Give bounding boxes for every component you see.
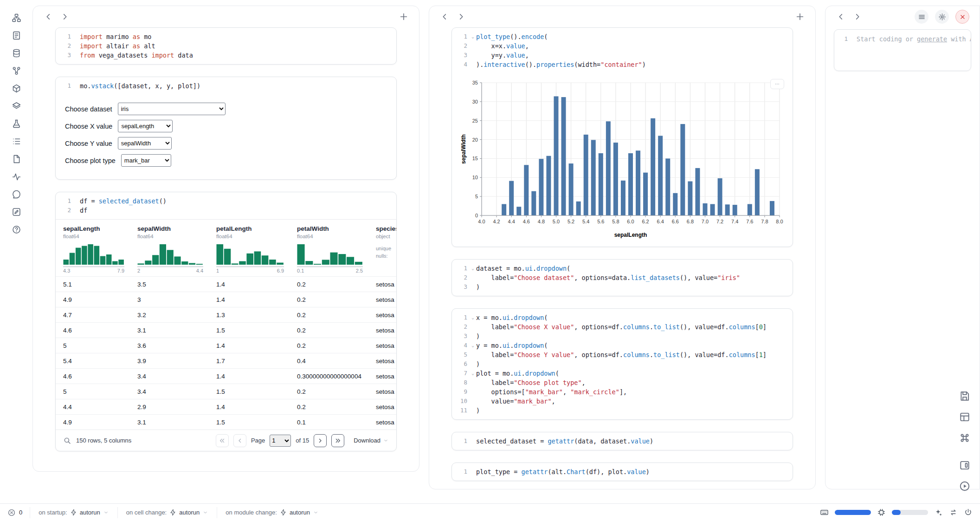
next-page-button[interactable] [314,434,327,447]
y-value-select[interactable]: sepalWidth [118,137,172,150]
column-move-left-button[interactable] [836,12,846,22]
runtime-config-1[interactable]: on startup:autorun [30,507,117,518]
empty-cell[interactable]: 1 Start coding or generate with AI [834,29,971,71]
line-number: 1 [58,196,73,206]
list-icon [12,137,21,146]
run-cells-icon[interactable] [958,479,972,493]
rail-button-3[interactable] [10,46,23,59]
fold-toggle-icon[interactable]: ⌄ [470,313,476,322]
swap-runtime-icon[interactable] [949,508,958,517]
code-editor[interactable]: 1selected_dataset = getattr(data, datase… [452,432,793,450]
download-button[interactable]: Download [354,437,389,444]
fold-toggle-icon[interactable]: ⌄ [470,341,476,350]
table-cell: 3.5 [130,281,209,288]
line-number: 6 [454,359,470,369]
column-move-right-button[interactable] [852,12,863,22]
rail-button-7[interactable] [10,117,23,130]
table-search-icon[interactable] [63,436,71,445]
export-notebook-icon[interactable] [958,389,972,403]
cell-chart[interactable]: 1⌄plot_type().encode(2 x=x.value,3 y=y.v… [451,27,793,247]
code-editor[interactable]: 1mo.vstack([dataset, x, y, plot]) [56,77,396,95]
dataset-select[interactable]: iris [118,103,226,115]
cell-vstack-controls[interactable]: 1mo.vstack([dataset, x, y, plot]) Choose… [55,77,397,180]
git-branch-icon [12,66,21,76]
table-row[interactable]: 5.13.51.40.2setosa [56,276,396,292]
editor-placeholder[interactable]: Start coding or generate with AI [857,34,971,44]
fold-toggle-icon[interactable]: ⌄ [470,264,476,273]
plot-type-select[interactable]: mark_bar [121,154,171,167]
code-editor[interactable]: 1plot_type = getattr(alt.Chart(df), plot… [452,463,793,481]
rail-button-13[interactable] [10,223,23,236]
rail-button-1[interactable] [10,11,23,24]
last-page-button[interactable] [331,434,344,447]
rail-button-9[interactable] [10,152,23,165]
cell-plot-type[interactable]: 1plot_type = getattr(alt.Chart(df), plot… [451,462,793,481]
code-editor[interactable]: 1⌄dataset = mo.ui.dropdown(2 label="Choo… [452,260,793,296]
panel-settings-button[interactable] [935,10,949,24]
prev-page-button[interactable] [233,434,246,447]
column-move-right-button[interactable] [456,12,466,22]
table-row[interactable]: 5.43.91.70.4setosa [56,353,396,368]
rail-button-2[interactable] [10,29,23,42]
panel-close-button[interactable] [955,10,969,24]
status-bar: 0 on startup:autorunon cell change:autor… [0,503,980,521]
runtime-config-3[interactable]: on module change:autorun [217,507,327,518]
code-editor[interactable]: 1df = selected_dataset()2df [56,192,396,219]
page-select[interactable]: 1 [270,435,291,447]
minimap-icon[interactable] [958,458,972,472]
column-header-sepalWidth[interactable]: sepalWidthfloat6424.4 [130,220,209,276]
column-header-petalWidth[interactable]: petalWidthfloat640.12.5 [290,220,368,276]
keyboard-icon[interactable] [820,508,829,517]
cell-xy-plot-dropdowns[interactable]: 1⌄x = mo.ui.dropdown(2 label="Choose X v… [451,308,793,420]
rail-button-12[interactable] [10,205,23,218]
table-row[interactable]: 4.931.40.2setosa [56,292,396,307]
column-header-species[interactable]: speciesobjectuniquenulls: [368,220,396,276]
code-editor[interactable]: 1⌄plot_type().encode(2 x=x.value,3 y=y.v… [452,28,793,73]
altair-bar-chart[interactable]: 4.04.24.44.64.85.05.25.45.65.86.06.26.46… [459,77,789,241]
table-row[interactable]: 4.42.91.40.2setosa [56,399,396,414]
cell-dataset-dropdown[interactable]: 1⌄dataset = mo.ui.dropdown(2 label="Choo… [451,259,793,296]
first-page-button[interactable] [216,434,229,447]
column-move-left-button[interactable] [43,12,53,22]
table-row[interactable]: 4.73.21.30.2setosa [56,307,396,322]
rail-button-5[interactable] [10,82,23,95]
code-editor[interactable]: 1import marimo as mo2import altair as al… [56,28,396,64]
svg-text:7.2: 7.2 [716,219,723,224]
column-move-right-button[interactable] [60,12,70,22]
table-row[interactable]: 4.93.11.50.1setosa [56,414,396,430]
table-cell: setosa [368,312,396,319]
ai-sparkle-icon[interactable] [934,508,943,517]
table-row[interactable]: 53.61.40.2setosa [56,338,396,353]
column-move-left-button[interactable] [439,12,450,22]
column-header-petalLength[interactable]: petalLengthfloat6416.9 [209,220,290,276]
shutdown-icon[interactable] [964,508,973,517]
code-editor[interactable]: 1⌄x = mo.ui.dropdown(2 label="Choose X v… [452,309,793,419]
close-icon [959,13,967,21]
fold-toggle-icon[interactable]: ⌄ [470,369,476,378]
rail-button-11[interactable] [10,188,23,201]
rail-button-4[interactable] [10,64,23,77]
memory-chip-icon[interactable] [877,508,886,517]
error-count-button[interactable]: 0 [7,508,30,517]
generate-ai-link[interactable]: generate [917,35,947,43]
fold-toggle-icon[interactable]: ⌄ [470,32,476,41]
rail-button-8[interactable] [10,135,23,148]
table-row[interactable]: 4.63.41.40.30000000000000004setosa [56,368,396,384]
add-column-button[interactable] [399,12,409,22]
x-value-select[interactable]: sepalLength [118,120,173,132]
panel-menu-button[interactable] [915,10,928,24]
cell-imports[interactable]: 1import marimo as mo2import altair as al… [55,27,397,65]
keyboard-shortcuts-icon[interactable] [958,431,972,445]
table-row[interactable]: 4.63.11.50.2setosa [56,322,396,338]
table-row[interactable]: 53.41.50.2setosa [56,384,396,399]
add-column-button[interactable] [795,12,805,22]
cell-selected-dataset[interactable]: 1selected_dataset = getattr(data, datase… [451,432,793,450]
rail-button-10[interactable] [10,170,23,183]
cell-dataframe[interactable]: 1df = selected_dataset()2df sepalLengthf… [55,192,397,451]
column-header-sepalLength[interactable]: sepalLengthfloat644.37.9 [56,220,130,276]
runtime-config-2[interactable]: on cell change:autorun [117,507,217,518]
rail-button-6[interactable] [10,99,23,112]
chart-actions-button[interactable] [770,79,784,89]
layout-select-icon[interactable] [958,410,972,424]
svg-text:6.0: 6.0 [627,219,634,224]
